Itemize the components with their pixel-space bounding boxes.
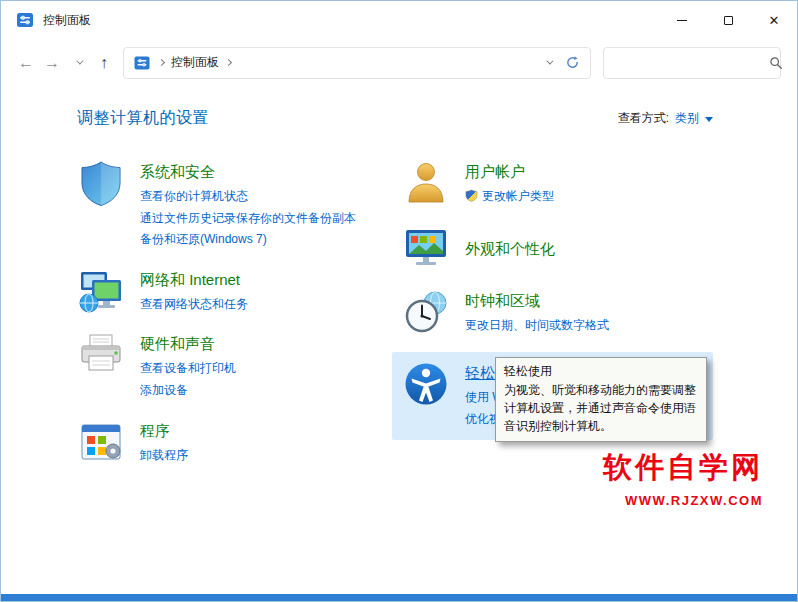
programs-icon[interactable] [77,418,125,466]
breadcrumb-chevron-icon [158,59,165,66]
link-computer-status[interactable]: 查看你的计算机状态 [140,186,356,208]
category-title-clock-region[interactable]: 时钟和区域 [465,290,540,311]
category-network-internet: 网络和 Internet 查看网络状态和任务 [77,267,402,316]
category-title-user-accounts[interactable]: 用户帐户 [465,161,525,182]
titlebar: 控制面板 ✕ [1,1,797,39]
search-box[interactable] [603,47,781,79]
category-title-programs[interactable]: 程序 [140,420,170,441]
uac-shield-icon [465,188,478,201]
link-backup-restore[interactable]: 备份和还原(Windows 7) [140,229,356,251]
tooltip-ease-of-access: 轻松使用 为视觉、听觉和移动能力的需要调整计算机设置，并通过声音命令使用语音识别… [495,357,707,442]
minimize-button[interactable] [659,1,705,39]
security-shield-icon[interactable] [77,159,125,207]
category-column-left: 系统和安全 查看你的计算机状态 通过文件历史记录保存你的文件备份副本 备份和还原… [77,159,402,482]
watermark-site-name: 软件自学网 [603,448,763,488]
window-bottom-border [1,594,797,601]
link-change-account-type[interactable]: 更改帐户类型 [465,186,554,208]
navigation-bar: ← → ↑ 控制面板 [1,39,797,86]
forward-button[interactable]: → [39,49,65,77]
up-button[interactable]: ↑ [91,49,117,77]
recent-pages-button[interactable] [65,49,91,77]
control-panel-window: 控制面板 ✕ ← → ↑ 控制面板 [0,0,798,602]
category-hardware-sound: 硬件和声音 查看设备和打印机 添加设备 [77,331,402,401]
watermark-site-url: WWW.RJZXW.COM [603,493,763,508]
address-dropdown-icon[interactable] [546,58,553,65]
search-icon[interactable] [769,56,783,70]
back-button[interactable]: ← [13,49,39,77]
category-programs: 程序 卸载程序 [77,418,402,467]
view-by-value-link[interactable]: 类别 [675,110,699,127]
minimize-icon [677,20,687,21]
printer-icon[interactable] [77,331,125,379]
search-input[interactable] [614,56,769,70]
watermark: 软件自学网 WWW.RJZXW.COM [603,448,763,508]
network-icon[interactable] [77,267,125,315]
tooltip-title: 轻松使用 [504,362,698,380]
clock-icon[interactable] [402,288,450,336]
control-panel-breadcrumb-icon [134,55,150,71]
page-title: 调整计算机的设置 [77,108,209,129]
chevron-down-icon [76,58,83,65]
link-change-account-type-label: 更改帐户类型 [482,189,554,203]
view-by-label: 查看方式: [618,110,669,127]
view-by-control: 查看方式: 类别 [618,110,713,127]
content-header: 调整计算机的设置 查看方式: 类别 [77,108,713,129]
breadcrumb-chevron-icon[interactable] [225,59,232,66]
link-change-date-time[interactable]: 更改日期、时间或数字格式 [465,315,609,337]
category-title-network[interactable]: 网络和 Internet [140,269,240,290]
ease-of-access-icon[interactable] [402,360,450,408]
link-network-status[interactable]: 查看网络状态和任务 [140,294,248,316]
view-by-chevron-icon[interactable] [705,117,713,122]
category-title-system-security[interactable]: 系统和安全 [140,161,215,182]
tooltip-body: 为视觉、听觉和移动能力的需要调整计算机设置，并通过声音命令使用语音识别控制计算机… [504,381,698,435]
link-file-history[interactable]: 通过文件历史记录保存你的文件备份副本 [140,208,356,230]
window-controls: ✕ [659,1,797,39]
maximize-icon [724,16,733,25]
category-clock-region: 时钟和区域 更改日期、时间或数字格式 [402,288,713,337]
category-appearance-personalization: 外观和个性化 [402,224,713,272]
window-title: 控制面板 [43,12,91,29]
link-add-device[interactable]: 添加设备 [140,380,236,402]
breadcrumb-control-panel[interactable]: 控制面板 [171,54,219,71]
address-bar[interactable]: 控制面板 [123,47,591,79]
category-title-hardware-sound[interactable]: 硬件和声音 [140,333,215,354]
close-icon: ✕ [769,14,780,27]
user-icon[interactable] [402,159,450,207]
close-button[interactable]: ✕ [751,1,797,39]
maximize-button[interactable] [705,1,751,39]
refresh-icon[interactable] [565,55,580,70]
control-panel-icon [16,11,34,29]
category-user-accounts: 用户帐户 [402,159,713,208]
category-system-security: 系统和安全 查看你的计算机状态 通过文件历史记录保存你的文件备份副本 备份和还原… [77,159,402,251]
link-uninstall-program[interactable]: 卸载程序 [140,445,188,467]
category-title-appearance[interactable]: 外观和个性化 [465,238,555,259]
personalization-icon[interactable] [402,224,450,272]
link-devices-printers[interactable]: 查看设备和打印机 [140,358,236,380]
